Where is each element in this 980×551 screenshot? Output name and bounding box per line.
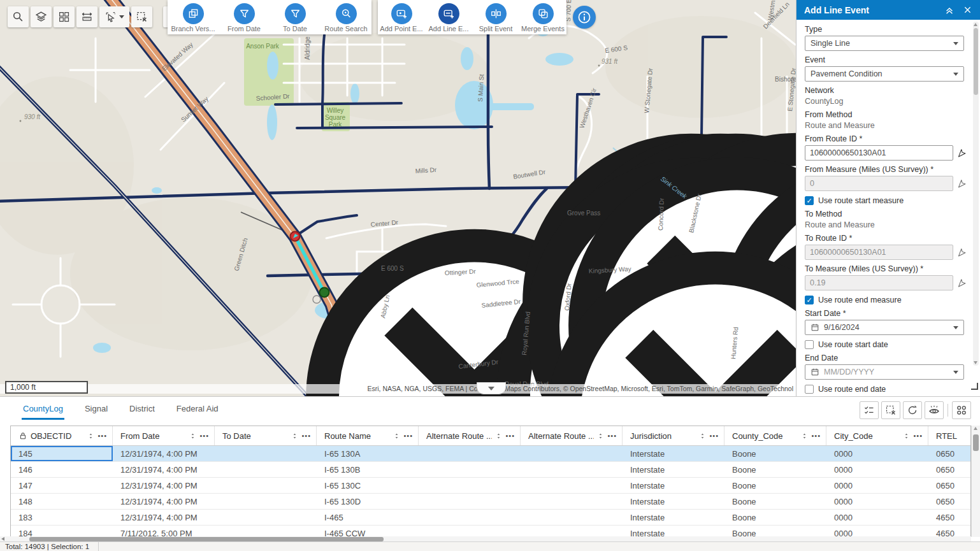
pick-from-route-on-map-button[interactable] [956,148,967,158]
from-measure-marker[interactable] [291,232,300,241]
sort-icon[interactable] [699,433,706,440]
cell-objectid: 147 [11,478,113,493]
collapse-panel-button[interactable] [943,4,956,17]
table-row[interactable]: 14512/31/1974, 4:00 PMI-65 130AInterstat… [11,446,970,462]
show-selection-button[interactable] [860,401,879,419]
route-search-button[interactable]: Route Search [321,2,371,32]
pick-from-measure-on-map-button[interactable] [956,178,967,189]
basemap-gallery-button[interactable] [54,6,75,27]
sort-icon[interactable] [903,433,910,440]
from-route-id-input[interactable]: 10600000650130A01 [805,145,953,161]
calendar-icon [811,368,819,376]
column-menu-button[interactable]: ••• [301,432,311,440]
table-row[interactable]: 14612/31/1974, 4:00 PMI-65 130BInterstat… [11,462,970,478]
table-row[interactable]: 14712/31/1974, 4:00 PMI-65 130CInterstat… [11,478,970,494]
sort-icon[interactable] [801,433,808,440]
panel-scrollbar[interactable] [973,22,979,366]
column-menu-button[interactable]: ••• [97,432,107,440]
table-row[interactable]: 1847/11/2012, 5:00 PMI-465 CCWInterstate… [11,526,970,537]
attribution-collapse-button[interactable] [477,382,506,394]
clear-selection-button[interactable] [881,401,900,419]
map-canvas[interactable]: Elevated WaySunset Way930 ft931 ftAnson … [0,0,796,396]
refresh-button[interactable] [903,401,922,419]
end-date-picker[interactable]: MM/DD/YYYY [805,364,964,380]
pick-to-route-on-map-button[interactable] [956,247,967,257]
layers-button[interactable] [31,6,52,27]
use-route-end-date-checkbox[interactable]: Use route end date [805,385,970,394]
tab-federal-aid[interactable]: Federal Aid [175,401,220,420]
table-row[interactable]: 14812/31/1974, 4:00 PMI-65 130DInterstat… [11,494,970,510]
start-date-picker[interactable]: 9/16/2024 [805,320,964,335]
type-select[interactable]: Single Line [805,36,964,51]
clear-selection-button[interactable] [131,6,152,27]
table-vertical-scrollbar[interactable] [971,426,980,537]
map-area[interactable]: Elevated WaySunset Way930 ft931 ftAnson … [0,0,796,396]
pick-to-measure-on-map-button[interactable] [956,278,967,288]
horizontal-scrollbar-thumb[interactable] [29,537,384,541]
column-menu-button[interactable]: ••• [811,432,821,440]
columns-button[interactable] [952,401,971,419]
sort-icon[interactable] [189,433,196,440]
column-menu-button[interactable]: ••• [709,432,719,440]
select-button[interactable] [99,6,129,27]
close-panel-button[interactable] [961,4,974,17]
tab-signal[interactable]: Signal [83,401,109,420]
use-route-start-measure-checkbox[interactable]: ✓ Use route start measure [805,196,970,205]
cell-alt_route_2 [521,478,623,493]
to-measure-marker[interactable] [320,288,329,297]
column-header-to_date[interactable]: To Date••• [215,426,317,445]
tab-district[interactable]: District [128,401,156,420]
from-measure-input[interactable]: 0 [805,176,953,191]
column-header-alt_route_2[interactable]: Alternate Route ...••• [521,426,623,445]
add-point-e-button[interactable]: Add Point E... [378,2,425,32]
to-route-id-label: To Route ID * [805,234,970,243]
tab-countylog[interactable]: CountyLog [22,401,64,420]
branch-vers-button[interactable]: Branch Vers... [168,2,219,32]
measure-button[interactable] [76,6,97,27]
merge-events-button[interactable]: Merge Events [519,2,566,32]
map-tools-toolbar [8,6,184,27]
vertical-scrollbar-thumb[interactable] [973,434,979,451]
scroll-up-arrow[interactable] [974,427,977,430]
column-header-objectid[interactable]: OBJECTID••• [11,426,113,445]
column-menu-button[interactable]: ••• [913,432,923,440]
to-date-button[interactable]: To Date [270,2,321,32]
use-route-start-date-checkbox[interactable]: Use route start date [805,340,970,349]
column-header-county_code[interactable]: County_Code••• [724,426,826,445]
chevron-down-icon [953,73,958,76]
column-header-route_name[interactable]: Route Name••• [317,426,419,445]
split-event-button[interactable]: Split Event [472,2,519,32]
panel-scrollbar-thumb[interactable] [974,28,978,95]
scroll-left-arrow[interactable] [1,537,4,541]
column-header-jurisdiction[interactable]: Jurisdiction••• [623,426,724,445]
from-date-button[interactable]: From Date [219,2,270,32]
add-line-e-button[interactable]: Add Line E... [425,2,472,32]
sort-icon[interactable] [495,433,502,440]
add-line-event-panel: Add Line Event Type Single Line Event Pa… [796,0,980,396]
visibility-button[interactable] [925,401,944,419]
event-select[interactable]: Pavement Condition [805,66,964,82]
to-route-id-input[interactable]: 10600000650130A01 [805,245,953,260]
info-button[interactable] [573,6,596,29]
column-header-city_code[interactable]: City_Code••• [826,426,928,445]
column-header-from_date[interactable]: From Date••• [113,426,215,445]
column-menu-button[interactable]: ••• [199,432,209,440]
sort-icon[interactable] [597,433,604,440]
table-row[interactable]: 18312/31/1974, 4:00 PMI-465InterstateBoo… [11,510,970,526]
search-button[interactable] [8,6,29,27]
panel-resize-handle[interactable] [971,383,978,390]
column-header-alt_route_1[interactable]: Alternate Route ...••• [419,426,521,445]
sort-icon[interactable] [393,433,400,440]
column-menu-button[interactable]: ••• [607,432,617,440]
column-menu-button[interactable]: ••• [403,432,413,440]
scroll-up-arrow[interactable] [974,23,977,26]
sort-icon[interactable] [291,433,298,440]
sort-icon[interactable] [87,433,94,440]
cell-jurisdiction: Interstate [623,510,724,525]
column-header-rtel[interactable]: RTEL [928,426,971,445]
use-route-end-measure-checkbox[interactable]: ✓ Use route end measure [805,296,970,304]
to-measure-input[interactable]: 0.19 [805,275,953,290]
column-menu-button[interactable]: ••• [505,432,515,440]
scroll-down-arrow[interactable] [974,361,977,364]
map-label: S Main St [477,74,485,102]
